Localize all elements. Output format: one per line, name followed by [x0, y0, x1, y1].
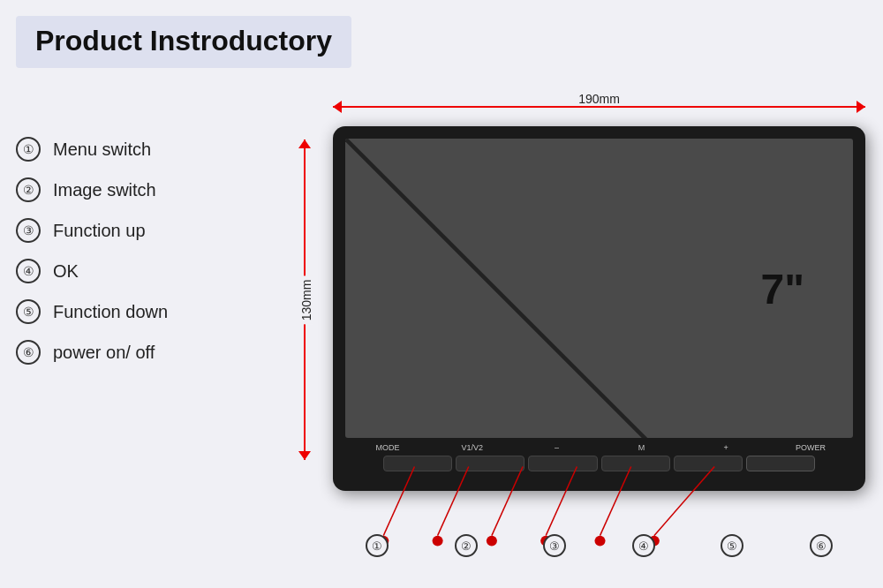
monitor-buttons-area: MODE V1/V2 – M + POWER — [345, 440, 853, 491]
label-image-switch: Image switch — [53, 180, 156, 200]
title-box: Product Instroductory — [16, 16, 351, 68]
circle-5: ⑤ — [16, 299, 41, 324]
label-row-4: ④ OK — [16, 259, 168, 283]
monitor-device: 7" MODE V1/V2 – M + POWER — [333, 126, 865, 491]
btn-label-plus: + — [683, 443, 768, 452]
circle-3: ③ — [16, 218, 41, 243]
label-row-5: ⑤ Function down — [16, 299, 168, 324]
btn-label-mode: MODE — [345, 443, 430, 452]
monitor-wrap: 190mm 130mm 7" MODE V1/V2 – M + POWER — [291, 95, 865, 562]
arrow-top-left — [333, 101, 342, 113]
label-row-3: ③ Function up — [16, 218, 168, 243]
dimension-left-arrow: 130mm — [291, 139, 318, 460]
dimension-top-label: 190mm — [573, 92, 625, 106]
label-row-1: ① Menu switch — [16, 137, 168, 162]
num-circle-6: ⑥ — [810, 534, 833, 557]
num-circle-3: ③ — [543, 534, 566, 557]
label-menu-switch: Menu switch — [53, 139, 151, 160]
btn-label-v1v2: V1/V2 — [430, 443, 515, 452]
circle-2: ② — [16, 177, 41, 202]
dimension-left-label: 130mm — [299, 275, 313, 324]
arrow-left-top — [298, 139, 311, 148]
circle-1: ① — [16, 137, 41, 162]
num-circle-5: ⑤ — [721, 534, 743, 557]
dimension-top-arrow: 190mm — [333, 95, 865, 122]
btn-label-m: M — [600, 443, 684, 452]
label-function-down: Function down — [53, 302, 168, 322]
arrow-top-line — [333, 106, 865, 108]
circle-4: ④ — [16, 259, 41, 283]
btn-m[interactable] — [601, 456, 670, 471]
btn-mode[interactable] — [383, 456, 452, 471]
num-item-2: ② — [422, 534, 511, 557]
labels-area: ① Menu switch ② Image switch ③ Function … — [16, 137, 168, 381]
arrow-top-right — [857, 101, 865, 113]
label-power: power on/ off — [53, 343, 155, 363]
num-item-6: ⑥ — [777, 534, 866, 557]
num-item-1: ① — [333, 534, 422, 557]
buttons-row — [383, 456, 815, 471]
monitor-screen: 7" — [345, 139, 853, 438]
num-circle-4: ④ — [632, 534, 655, 557]
circle-6: ⑥ — [16, 340, 41, 365]
num-item-3: ③ — [510, 534, 600, 557]
arrow-left-bottom — [298, 451, 311, 460]
label-row-6: ⑥ power on/ off — [16, 340, 168, 365]
btn-plus[interactable] — [674, 456, 743, 471]
num-item-5: ⑤ — [688, 534, 777, 557]
label-function-up: Function up — [53, 221, 146, 241]
label-ok: OK — [53, 261, 79, 282]
screen-size-label: 7" — [761, 264, 804, 313]
label-row-2: ② Image switch — [16, 177, 168, 202]
num-circle-2: ② — [455, 534, 478, 557]
btn-minus[interactable] — [528, 456, 597, 471]
button-labels-row: MODE V1/V2 – M + POWER — [345, 443, 853, 452]
page-title: Product Instroductory — [35, 25, 332, 57]
num-circle-1: ① — [366, 534, 389, 557]
btn-label-power: POWER — [768, 443, 853, 452]
numbers-row: ① ② ③ ④ ⑤ ⑥ — [333, 534, 865, 557]
btn-label-minus: – — [515, 443, 600, 452]
btn-power[interactable] — [746, 456, 815, 471]
btn-v1v2[interactable] — [456, 456, 525, 471]
num-item-4: ④ — [600, 534, 689, 557]
